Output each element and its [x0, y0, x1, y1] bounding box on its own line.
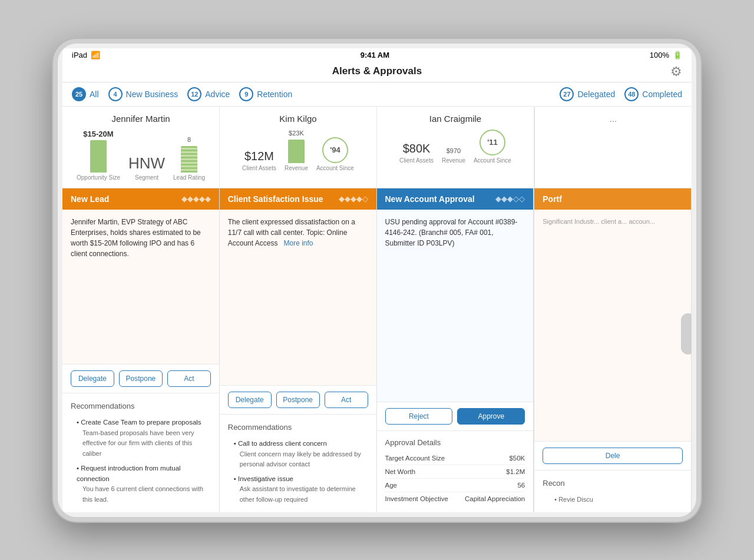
client-card-jennifer: Jennifer Martin $15-20M Opportunity Size…: [62, 107, 220, 188]
jennifer-lead: 8 Lead Rating: [173, 136, 205, 181]
approval-target-label: Target Account Size: [385, 455, 445, 462]
jennifer-opportunity-value: $15-20M: [83, 130, 113, 138]
tab-bar: 25 All 4 New Business 12 Advice 9 Retent…: [62, 82, 692, 107]
jennifer-lead-label: Lead Rating: [173, 174, 205, 181]
partial-delegate-button[interactable]: Dele: [543, 448, 683, 464]
tab-advice[interactable]: 12 Advice: [187, 87, 230, 101]
approval-age-label: Age: [385, 482, 397, 489]
satisfaction-title: Client Satisfaction Issue: [228, 194, 323, 204]
approval-target-value: $50K: [509, 455, 525, 462]
ian-account-since: '11 Account Since: [474, 130, 511, 164]
kim-revenue-bar-val: $23K: [289, 130, 304, 137]
alert-new-lead: New Lead ◆◆◆◆◆ Jennifer Martin, EVP Stra…: [62, 188, 220, 512]
jennifer-metrics: $15-20M Opportunity Size HNW Segment 8 L…: [72, 130, 210, 181]
settings-icon[interactable]: ⚙: [670, 64, 682, 79]
new-lead-rec-2-sub: You have 6 current client connections wi…: [82, 484, 211, 505]
status-left: iPad 📶: [72, 51, 100, 59]
jennifer-lead-bar: [181, 146, 197, 173]
tab-retention-label: Retention: [257, 90, 292, 99]
partial-alert-title: Portf: [543, 194, 562, 204]
new-lead-rec-2: • Request introduction from mutual conne…: [77, 463, 211, 485]
battery-label: 100%: [650, 51, 669, 59]
new-lead-act-button[interactable]: Act: [167, 370, 211, 387]
satisfaction-actions: Delegate Postpone Act: [220, 385, 376, 414]
approval-details-section: Approval Details Target Account Size $50…: [377, 430, 534, 512]
satisfaction-header: Client Satisfaction Issue ◆◆◆◆◇: [220, 188, 376, 210]
battery-icon: 🔋: [673, 51, 682, 59]
client-card-ian: Ian Craigmile $80K Client Assets $970 Re…: [377, 107, 534, 188]
jennifer-lead-number: 8: [187, 136, 191, 143]
ian-assets-label: Client Assets: [399, 157, 434, 164]
approval-objective-value: Capital Appreciation: [465, 495, 525, 502]
ipad-screen: iPad 📶 9:41 AM 100% 🔋 Alerts & Approvals…: [62, 48, 692, 512]
jennifer-segment-label: Segment: [135, 174, 158, 181]
kim-account-since-badge: '94: [322, 137, 348, 163]
tab-completed[interactable]: 48 Completed: [624, 87, 682, 101]
partial-alert-body: Significant Industr... client a... accou…: [534, 210, 691, 442]
tab-delegated-badge: 27: [560, 87, 574, 101]
tab-retention[interactable]: 9 Retention: [239, 87, 292, 101]
status-time: 9:41 AM: [361, 51, 389, 59]
status-right: 100% 🔋: [650, 51, 682, 59]
new-lead-header: New Lead ◆◆◆◆◆: [62, 188, 219, 210]
approval-networth-label: Net Worth: [385, 468, 416, 475]
satisfaction-rec-2-sub: Ask assistant to investigate to determin…: [240, 484, 368, 505]
satisfaction-diamonds: ◆◆◆◆◇: [339, 194, 368, 203]
partial-alert-actions: Dele: [534, 441, 691, 470]
alert-approval: New Account Approval ◆◆◆◇◇ USU pending a…: [377, 188, 534, 512]
tab-delegated[interactable]: 27 Delegated: [560, 87, 615, 101]
new-lead-actions: Delegate Postpone Act: [62, 364, 219, 393]
ian-account-since-badge: '11: [479, 130, 505, 155]
kim-revenue: $23K Revenue: [285, 130, 308, 171]
satisfaction-rec-title: Recommendations: [228, 422, 368, 434]
tab-retention-badge: 9: [239, 87, 253, 101]
new-lead-rec-1: • Create Case Team to prepare proposals: [77, 417, 211, 428]
ian-account-since-label: Account Since: [474, 157, 511, 164]
wifi-icon: 📶: [91, 51, 100, 59]
approval-reject-button[interactable]: Reject: [385, 408, 453, 425]
approval-approve-button[interactable]: Approve: [457, 408, 525, 425]
partial-alert-header: Portf: [534, 188, 691, 210]
tab-new-business-badge: 4: [108, 87, 123, 101]
ipad-frame: iPad 📶 9:41 AM 100% 🔋 Alerts & Approvals…: [53, 39, 701, 522]
kim-revenue-label: Revenue: [285, 165, 308, 171]
tab-advice-badge: 12: [187, 87, 201, 101]
new-lead-body: Jennifer Martin, EVP Strategy of ABC Ent…: [62, 210, 219, 364]
partial-client-name: ...: [544, 114, 682, 124]
new-lead-rec-1-sub: Team-based proposals have been very effe…: [82, 428, 211, 459]
ian-metrics: $80K Client Assets $970 Revenue '11 Acco…: [386, 130, 524, 164]
tab-new-business-label: New Business: [126, 90, 178, 99]
ian-assets-value: $80K: [403, 142, 431, 155]
client-cards-row: Jennifer Martin $15-20M Opportunity Size…: [62, 107, 692, 188]
kim-account-since-label: Account Since: [316, 165, 354, 171]
new-lead-postpone-button[interactable]: Postpone: [119, 370, 163, 387]
partial-rec-title: Recon: [543, 478, 683, 490]
approval-body: USU pending approval for Account #0389-4…: [377, 210, 534, 402]
more-info-link[interactable]: More info: [284, 239, 313, 247]
jennifer-hnw: HNW: [128, 154, 165, 173]
satisfaction-act-button[interactable]: Act: [325, 392, 368, 408]
tab-all[interactable]: 25 All: [72, 87, 99, 101]
ian-assets: $80K Client Assets: [399, 142, 434, 164]
alert-partial: Portf Significant Industr... client a...…: [534, 188, 692, 512]
partial-rec-sub: • Revie Discu: [554, 495, 683, 505]
tab-new-business[interactable]: 4 New Business: [108, 87, 178, 101]
approval-body-text: USU pending approval for Account #0389-4…: [385, 218, 518, 247]
approval-details-title: Approval Details: [385, 438, 525, 447]
scroll-indicator: [681, 313, 692, 354]
satisfaction-body: The client expressed dissatisfaction on …: [220, 210, 376, 385]
page-title: Alerts & Approvals: [332, 65, 422, 77]
approval-title: New Account Approval: [385, 194, 475, 204]
approval-header: New Account Approval ◆◆◆◇◇: [377, 188, 534, 210]
client-name-kim: Kim Kilgo: [229, 114, 367, 124]
new-lead-delegate-button[interactable]: Delegate: [71, 370, 114, 387]
satisfaction-delegate-button[interactable]: Delegate: [228, 392, 272, 408]
satisfaction-rec-1: • Call to address client concern: [234, 438, 368, 449]
kim-assets-label: Client Assets: [242, 165, 276, 171]
satisfaction-postpone-button[interactable]: Postpone: [276, 392, 320, 408]
kim-revenue-bar: [288, 140, 305, 163]
ipad-label: iPad: [72, 51, 87, 59]
client-card-kim: Kim Kilgo $12M Client Assets $23K Revenu…: [220, 107, 377, 188]
status-bar: iPad 📶 9:41 AM 100% 🔋: [62, 48, 692, 62]
new-lead-recommendations: Recommendations • Create Case Team to pr…: [62, 393, 219, 512]
